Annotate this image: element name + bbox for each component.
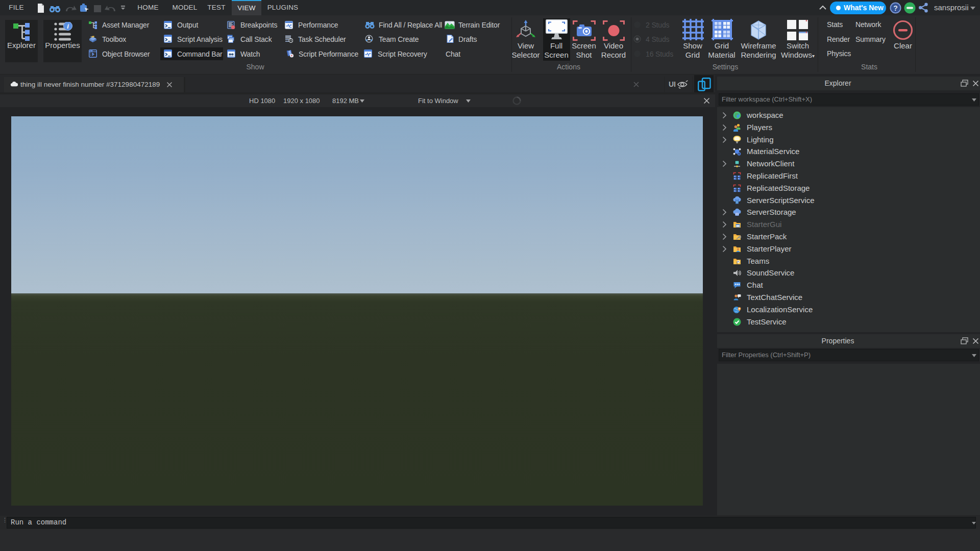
svg-text:?: ?: [893, 4, 898, 12]
svg-text:i: i: [67, 22, 69, 30]
